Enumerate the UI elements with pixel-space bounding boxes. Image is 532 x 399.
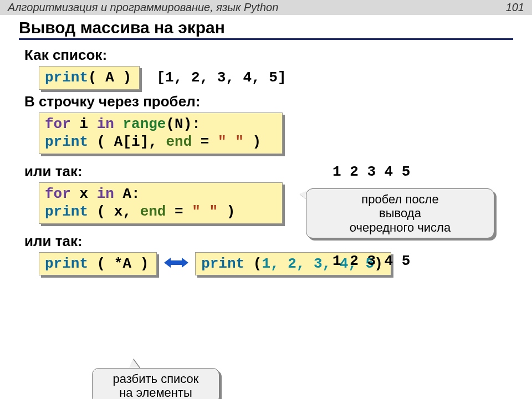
page-number: 101 (506, 1, 524, 14)
sp (114, 116, 123, 132)
kw-range: range (122, 116, 166, 132)
kw-print: print (45, 134, 88, 150)
code-body: ( A ) (88, 69, 131, 86)
double-arrow-icon (164, 257, 188, 271)
code-x: x (71, 186, 97, 202)
callout-line: пробел после (316, 192, 484, 206)
code-str: " " (218, 134, 244, 150)
label-inline-space: В строчку через пробел: (24, 93, 513, 110)
kw-end: end (140, 203, 166, 220)
kw-print: print (201, 255, 244, 272)
slide-title: Вывод массива на экран (19, 18, 513, 40)
row-print-a: print( A ) [1, 2, 3, 4, 5] (39, 66, 513, 90)
callout-unpack-list: разбить список на элементы (92, 368, 219, 399)
code-eq: = (166, 203, 192, 220)
svg-marker-0 (164, 258, 188, 268)
callout-line: разбить список (103, 372, 209, 386)
header-bar: Алгоритмизация и программирование, язык … (0, 0, 532, 15)
kw-in: in (97, 116, 114, 132)
kw-print: print (45, 203, 88, 220)
code-str: " " (192, 203, 218, 220)
row-star-a: print ( *A ) print (1, 2, 3, 4, 5) (39, 252, 513, 276)
kw-print: print (45, 255, 88, 272)
code-open: ( A[i], (88, 134, 166, 150)
kw-for: for (45, 116, 71, 132)
content-area: Как список: print( A ) [1, 2, 3, 4, 5] В… (0, 40, 532, 275)
output-inline-2: 1 2 3 4 5 (332, 253, 410, 269)
code-open: ( x, (88, 203, 140, 220)
row-for-range: for i in range(N): print ( A[i], end = "… (39, 112, 513, 154)
label-or-1: или так: (24, 163, 513, 180)
kw-for: for (45, 186, 71, 202)
code-open: ( (244, 255, 262, 272)
kw-end: end (166, 134, 192, 150)
code-close: ) (244, 134, 261, 150)
callout-line: на элементы (103, 386, 209, 399)
code-for-x: for x in A: print ( x, end = " " ) (39, 182, 283, 224)
code-close: ) (218, 203, 235, 220)
output-list: [1, 2, 3, 4, 5] (156, 69, 286, 86)
callout-line: вывода (316, 206, 484, 220)
callout-space-after: пробел после вывода очередного числа (306, 188, 494, 238)
code-print-a: print( A ) (39, 66, 140, 90)
code-i: i (71, 116, 97, 132)
code-body: ( *A ) (88, 255, 149, 272)
kw-in: in (97, 186, 114, 202)
code-args: (N): (166, 116, 200, 132)
code-A: A: (114, 186, 140, 202)
code-eq: = (192, 134, 218, 150)
callout-line: очередного числа (316, 221, 484, 234)
code-star-a: print ( *A ) (39, 252, 157, 276)
code-for-range: for i in range(N): print ( A[i], end = "… (39, 112, 283, 154)
output-inline-1: 1 2 3 4 5 (332, 163, 410, 180)
course-title: Алгоритмизация и программирование, язык … (8, 1, 278, 14)
label-as-list: Как список: (24, 47, 513, 64)
kw-print: print (45, 69, 88, 86)
